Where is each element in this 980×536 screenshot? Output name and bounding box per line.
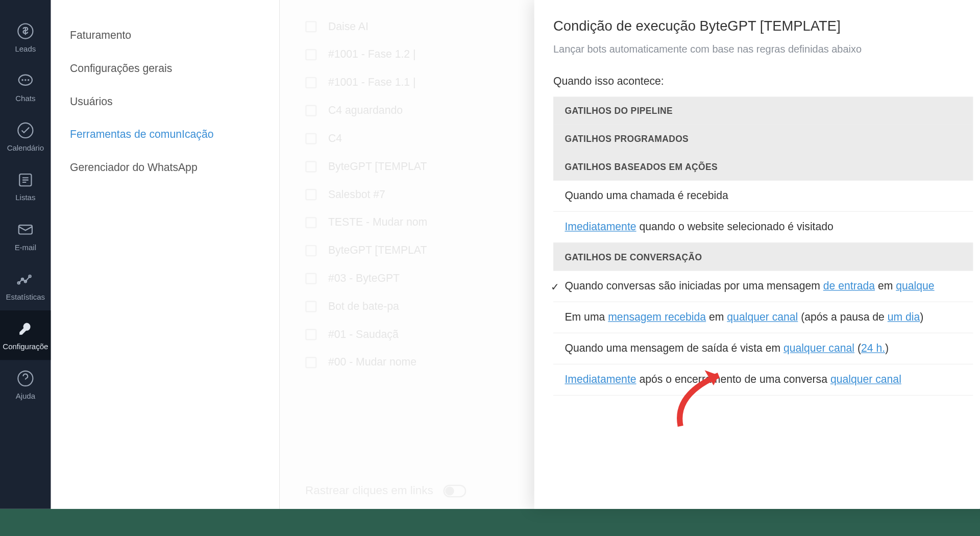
section-scheduled-triggers[interactable]: GATILHOS PROGRAMADOS: [553, 125, 973, 153]
settings-item-users[interactable]: Usuários: [51, 85, 279, 118]
link-any-channel-1[interactable]: qualque: [896, 280, 934, 292]
section-action-triggers[interactable]: GATILHOS BASEADOS EM AÇÕES: [553, 153, 973, 181]
trigger-call-received[interactable]: Quando uma chamada é recebida: [553, 181, 973, 212]
settings-sidebar: Faturamento Configurações gerais Usuário…: [51, 0, 280, 509]
rail-help[interactable]: Ajuda: [0, 360, 51, 409]
link-immediately-2[interactable]: Imediatamente: [565, 373, 636, 385]
list-icon: [16, 170, 35, 189]
main-content: Daise AI #1001 - Fase 1.2 | #1001 - Fase…: [280, 0, 979, 509]
check-circle-icon: [16, 121, 35, 140]
svg-point-3: [25, 80, 26, 80]
link-24h[interactable]: 24 h.: [861, 342, 885, 354]
svg-point-11: [29, 275, 31, 277]
dollar-icon: [16, 21, 35, 40]
trigger-conversation-closed[interactable]: Imediatamente após o encerramento de uma…: [553, 364, 973, 396]
link-any-channel-2[interactable]: qualquer canal: [727, 311, 798, 323]
link-any-channel-3[interactable]: qualquer canal: [783, 342, 854, 354]
when-label: Quando isso acontece:: [553, 75, 973, 88]
trigger-website-visited[interactable]: Imediatamente quando o website seleciona…: [553, 212, 973, 243]
help-icon: [16, 369, 35, 388]
svg-point-2: [22, 80, 22, 80]
mail-icon: [16, 220, 35, 239]
link-one-day[interactable]: um dia: [888, 311, 920, 323]
section-pipeline-triggers[interactable]: GATILHOS DO PIPELINE: [553, 96, 973, 125]
section-conversation-triggers[interactable]: GATILHOS DE CONVERSAÇÃO: [553, 243, 973, 271]
link-immediately[interactable]: Imediatamente: [565, 221, 636, 233]
rail-email[interactable]: E-mail: [0, 211, 51, 261]
settings-item-general[interactable]: Configurações gerais: [51, 52, 279, 85]
rail-label: Listas: [15, 193, 35, 202]
rail-label: Estatísticas: [6, 293, 45, 301]
rail-label: Chats: [15, 94, 35, 103]
rail-settings[interactable]: Configuraçõe: [0, 310, 51, 360]
nav-rail: Leads Chats Calendário Listas E-mail Est…: [0, 0, 51, 509]
panel-subtitle: Lançar bots automaticamente com base nas…: [553, 42, 910, 57]
rail-label: Ajuda: [16, 392, 35, 401]
rail-label: Calendário: [7, 144, 44, 153]
panel-title: Condição de execução ByteGPT [TEMPLATE]: [553, 18, 973, 34]
rail-stats[interactable]: Estatísticas: [0, 261, 51, 310]
rail-leads[interactable]: Leads: [0, 13, 51, 62]
rail-lists[interactable]: Listas: [0, 161, 51, 211]
svg-point-4: [28, 80, 29, 80]
stats-icon: [16, 270, 35, 288]
link-incoming[interactable]: de entrada: [823, 280, 875, 292]
trigger-outgoing-seen[interactable]: Quando uma mensagem de saída é vista em …: [553, 333, 973, 364]
settings-item-whatsapp[interactable]: Gerenciador do WhatsApp: [51, 152, 279, 185]
settings-item-billing[interactable]: Faturamento: [51, 19, 279, 52]
rail-calendar[interactable]: Calendário: [0, 112, 51, 161]
chat-icon: [16, 71, 35, 90]
checkmark-icon: ✓: [551, 281, 559, 294]
settings-item-communication[interactable]: Ferramentas de comunIcação: [51, 118, 279, 152]
rail-chats[interactable]: Chats: [0, 62, 51, 112]
svg-rect-7: [19, 225, 32, 234]
trigger-conversation-started[interactable]: ✓ Quando conversas são iniciadas por uma…: [553, 271, 973, 302]
execution-condition-panel: Condição de execução ByteGPT [TEMPLATE] …: [534, 0, 980, 509]
link-any-channel-4[interactable]: qualquer canal: [830, 373, 901, 385]
rail-label: E-mail: [15, 243, 36, 252]
trigger-message-received[interactable]: Em uma mensagem recebida em qualquer can…: [553, 302, 973, 333]
rail-label: Configuraçõe: [3, 342, 48, 351]
wrench-icon: [16, 319, 35, 338]
rail-label: Leads: [15, 44, 36, 53]
link-message-received[interactable]: mensagem recebida: [608, 311, 706, 323]
